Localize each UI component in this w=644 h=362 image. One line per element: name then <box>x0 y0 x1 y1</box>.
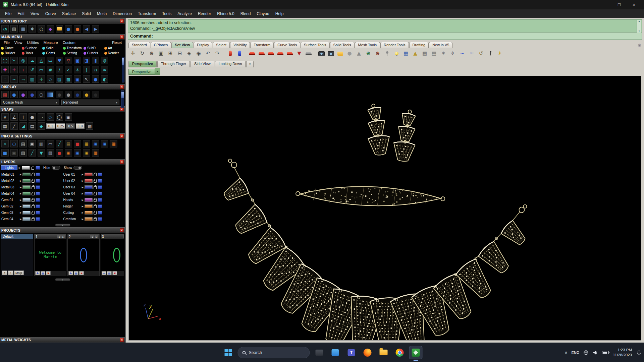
view-preset-2-icon[interactable] <box>257 49 266 58</box>
tool-icon[interactable]: ▽ <box>64 56 72 64</box>
layer-lock-icon[interactable] <box>32 218 35 221</box>
view-preset-5-icon[interactable] <box>285 49 294 58</box>
taskbar-chrome[interactable] <box>393 346 407 359</box>
display-mode-dropdown[interactable]: Rendered <box>61 100 120 105</box>
volume-icon[interactable] <box>593 350 598 355</box>
layer-material-chip[interactable] <box>98 211 102 215</box>
zoom-window-icon[interactable]: ▣ <box>157 49 165 58</box>
corner-snap-icon[interactable]: ¬ <box>37 113 45 121</box>
zoom-extents-icon[interactable]: ◈ <box>185 49 194 58</box>
viewport-tab[interactable]: Perspective <box>128 61 157 67</box>
viewport-tab[interactable]: Through Finger <box>157 61 190 67</box>
command-scrollbar[interactable] <box>637 20 641 33</box>
swatch-orange-icon[interactable]: ▣ <box>64 149 72 157</box>
layer-material-chip[interactable] <box>98 179 102 183</box>
fan-icon[interactable]: ✶ <box>439 49 448 58</box>
tool-icon[interactable]: ≈ <box>101 66 109 74</box>
ribbon-tab[interactable]: Display <box>194 42 212 48</box>
layer-expand-icon[interactable] <box>82 199 84 201</box>
menu-category[interactable]: Surface <box>21 46 42 50</box>
cone-icon[interactable]: ▲ <box>355 49 363 58</box>
network-globe-icon[interactable] <box>583 350 589 355</box>
render-sphere-5-icon[interactable]: ● <box>92 90 100 99</box>
tool-icon[interactable]: ☁ <box>28 56 36 64</box>
magnifier-icon[interactable]: ○ <box>37 25 45 33</box>
layer-color-swatch[interactable] <box>85 211 93 215</box>
tool-icon[interactable]: ✛ <box>37 75 45 83</box>
viewport-tab[interactable]: Looking Down <box>215 61 246 67</box>
snap-value-button[interactable]: 0.25 <box>56 123 65 129</box>
layer-color-swatch[interactable] <box>22 211 31 215</box>
pencil-cyan-icon[interactable]: ╱ <box>28 149 36 157</box>
viewport-name-combo[interactable]: Perspective <box>128 69 155 75</box>
layer-expand-icon[interactable] <box>20 205 21 208</box>
tool-icon[interactable]: ◎ <box>19 56 27 64</box>
tool-icon[interactable]: ¬ <box>19 75 27 83</box>
layer-color-swatch[interactable] <box>22 185 31 189</box>
ribbon-tab[interactable]: Drafting <box>409 42 429 48</box>
doc-settings-icon[interactable]: ▤ <box>19 140 27 148</box>
taskbar-matrix-app[interactable] <box>409 346 423 359</box>
ribbon-tab[interactable]: Solid Tools <box>330 42 355 48</box>
project-thumbnail[interactable]: 2 <box>67 234 100 276</box>
menu-category[interactable]: Cutters <box>83 51 104 55</box>
layer-row[interactable]: Metal 04 <box>1 190 63 197</box>
layer-row[interactable]: Metal 02 <box>1 178 63 184</box>
chevron-down-icon[interactable] <box>155 68 160 75</box>
layer-lock-icon[interactable] <box>94 186 97 189</box>
reset-button[interactable]: Reset <box>110 40 124 45</box>
render-sphere-2-icon[interactable]: ● <box>64 90 72 99</box>
separator[interactable] <box>245 49 247 58</box>
close-button[interactable] <box>627 0 641 9</box>
dot-snap-icon[interactable]: ● <box>28 113 36 121</box>
pyramid-icon[interactable]: ▲ <box>411 49 420 58</box>
tool-icon[interactable]: # <box>46 66 54 74</box>
palette-icon[interactable]: ▦ <box>83 140 91 148</box>
zoom-info-icon[interactable]: ○ <box>10 140 18 148</box>
export-icon[interactable]: ▤ <box>10 25 18 33</box>
thumb-delete-button[interactable] <box>46 271 51 275</box>
layer-row[interactable]: Heads <box>63 197 125 203</box>
save-render-icon[interactable] <box>326 49 335 58</box>
menu-category[interactable]: Transform <box>63 46 84 50</box>
grid-icon[interactable]: ▦ <box>1 122 9 130</box>
layer-expand-icon[interactable] <box>82 180 84 182</box>
layer-expand-icon[interactable] <box>20 212 21 214</box>
tool-icon[interactable]: ▮ <box>92 56 100 64</box>
hidden-icons-chevron[interactable] <box>565 350 567 355</box>
tool-icon[interactable]: ✂ <box>10 56 18 64</box>
view-preset-3-icon[interactable] <box>267 49 275 58</box>
minimize-button[interactable] <box>597 0 612 9</box>
render-ball-icon[interactable]: ● <box>55 149 63 157</box>
menu-category[interactable]: SubD <box>83 46 104 50</box>
sphere-blue-icon[interactable]: ● <box>64 25 72 33</box>
snap-settings-icon[interactable]: ▣ <box>64 113 72 121</box>
layer-material-chip[interactable] <box>98 217 102 221</box>
main-menu-item[interactable]: Custom <box>60 40 78 45</box>
layer-expand-icon[interactable] <box>20 186 21 189</box>
menu-category[interactable]: Solid <box>42 46 63 50</box>
rhino-icon[interactable]: ● <box>73 25 82 33</box>
taskbar-firefox[interactable] <box>361 346 374 359</box>
gear-icon[interactable] <box>638 43 641 48</box>
tool-icon[interactable]: ~ <box>10 75 18 83</box>
menu-item[interactable]: Clayoo <box>254 10 272 17</box>
ribbon-tab[interactable]: Surface Tools <box>301 42 329 48</box>
battery-icon[interactable] <box>602 351 609 354</box>
tool-icon[interactable]: / <box>55 66 63 74</box>
window-blue-2-icon[interactable]: ▣ <box>101 140 109 148</box>
layer-expand-icon[interactable] <box>20 218 21 221</box>
swoosh-2-icon[interactable]: ≈ <box>467 49 476 58</box>
tool-icon[interactable]: ▥ <box>28 75 36 83</box>
taskbar-teams[interactable] <box>345 346 358 359</box>
view-cone-icon[interactable]: ▼ <box>295 49 304 58</box>
window-blue-icon[interactable]: ▣ <box>92 140 100 148</box>
panel-close-icon[interactable]: ✕ <box>120 160 124 164</box>
camera-icon[interactable] <box>317 49 326 58</box>
tool-icon[interactable]: ♥ <box>55 56 63 64</box>
angle-snap-icon[interactable]: ∠ <box>10 113 18 121</box>
layer-expand-icon[interactable] <box>82 205 84 208</box>
tool-icon[interactable]: + <box>19 66 27 74</box>
maximize-button[interactable] <box>612 0 627 9</box>
thumb-prev-icon[interactable] <box>57 235 61 238</box>
